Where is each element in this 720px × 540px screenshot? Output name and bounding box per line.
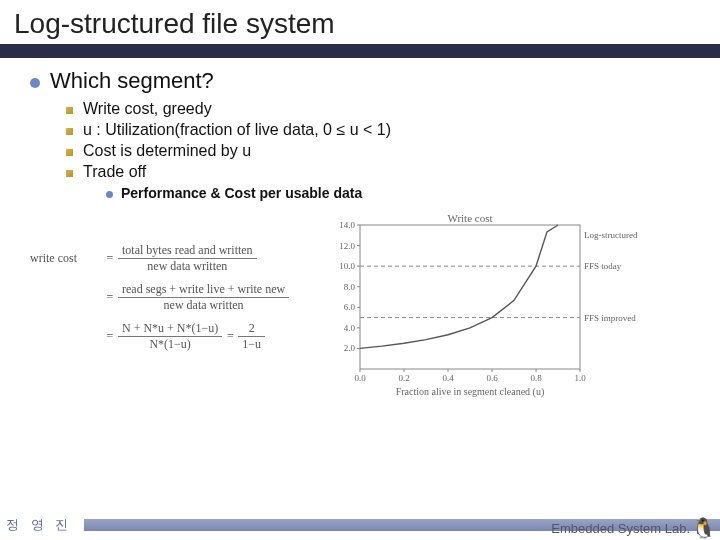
svg-text:FFS improved: FFS improved [584, 313, 636, 323]
svg-text:0.8: 0.8 [530, 373, 542, 383]
square-bullet-icon [66, 170, 73, 177]
equals-sign: = [102, 329, 118, 344]
heading-row: Which segment? [30, 68, 694, 94]
square-bullet-icon [66, 149, 73, 156]
equals-sign: = [102, 251, 118, 266]
svg-text:0.2: 0.2 [398, 373, 409, 383]
svg-text:6.0: 6.0 [344, 302, 356, 312]
formula-numerator: 2 [238, 321, 265, 337]
sub-list-item-label: Performance & Cost per usable data [121, 185, 362, 201]
penguin-icon: 🐧 [691, 518, 716, 538]
square-bullet-icon [66, 128, 73, 135]
svg-text:1.0: 1.0 [574, 373, 586, 383]
author-name: 정 영 진 [0, 516, 84, 534]
formula-block: write cost = total bytes read and writte… [30, 209, 310, 360]
list-item-label: u : Utilization(fraction of live data, 0… [83, 121, 391, 139]
formula-numerator: N + N*u + N*(1−u) [118, 321, 222, 337]
bullet-disc-icon [106, 191, 113, 198]
svg-text:0.6: 0.6 [486, 373, 498, 383]
svg-rect-0 [360, 225, 580, 369]
content-area: Which segment? Write cost, greedy u : Ut… [0, 68, 720, 399]
list-item: u : Utilization(fraction of live data, 0… [66, 121, 694, 139]
svg-text:Write cost: Write cost [447, 212, 492, 224]
formula-denominator: 1−u [238, 337, 265, 352]
sub-list-item: Performance & Cost per usable data [106, 185, 694, 201]
write-cost-chart: Write cost2.04.06.08.010.012.014.00.00.2… [320, 211, 650, 399]
svg-text:FFS today: FFS today [584, 261, 622, 271]
list-item-label: Trade off [83, 163, 146, 181]
heading-text: Which segment? [50, 68, 214, 94]
list-item: Trade off [66, 163, 694, 181]
figure-area: write cost = total bytes read and writte… [26, 209, 694, 399]
title-underline [0, 44, 720, 58]
svg-text:Log-structured: Log-structured [584, 230, 638, 240]
svg-text:4.0: 4.0 [344, 323, 356, 333]
svg-text:0.0: 0.0 [354, 373, 366, 383]
formula-denominator: new data written [118, 298, 289, 313]
formula-denominator: new data written [118, 259, 257, 274]
square-bullet-icon [66, 107, 73, 114]
list-item: Write cost, greedy [66, 100, 694, 118]
list-item-label: Write cost, greedy [83, 100, 212, 118]
equals-sign: = [222, 329, 238, 344]
svg-text:8.0: 8.0 [344, 282, 356, 292]
equals-sign: = [102, 290, 118, 305]
formula-numerator: total bytes read and written [118, 243, 257, 259]
svg-text:10.0: 10.0 [339, 261, 355, 271]
list-item: Cost is determined by u [66, 142, 694, 160]
svg-text:Fraction alive in segment clea: Fraction alive in segment cleaned (u) [396, 386, 545, 398]
svg-text:0.4: 0.4 [442, 373, 454, 383]
slide-title: Log-structured file system [0, 0, 720, 44]
svg-text:2.0: 2.0 [344, 343, 356, 353]
list-item-label: Cost is determined by u [83, 142, 251, 160]
lab-name: Embedded System Lab. [551, 521, 690, 536]
svg-text:14.0: 14.0 [339, 220, 355, 230]
formula-lhs: write cost [30, 251, 102, 266]
formula-numerator: read segs + write live + write new [118, 282, 289, 298]
bullet-disc-icon [30, 78, 40, 88]
formula-denominator: N*(1−u) [118, 337, 222, 352]
svg-text:12.0: 12.0 [339, 241, 355, 251]
